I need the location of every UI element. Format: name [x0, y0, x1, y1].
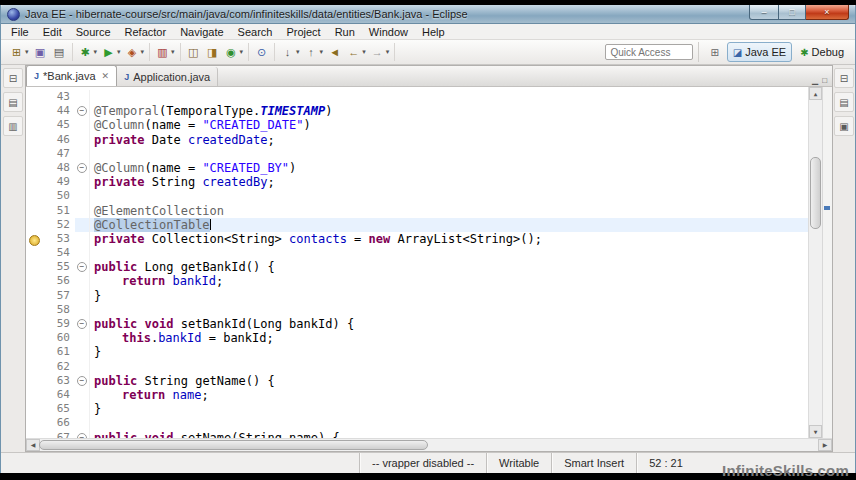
tab-bank-java[interactable]: J*Bank.java✕: [26, 65, 117, 86]
project-explorer-view-button[interactable]: ▤: [3, 92, 23, 112]
scroll-down-icon[interactable]: ▼: [809, 425, 822, 438]
code-line[interactable]: 65}: [26, 402, 808, 416]
line-number[interactable]: 53: [42, 232, 75, 246]
code-line[interactable]: 63−public String getName() {: [26, 374, 808, 388]
line-number[interactable]: 44: [42, 104, 75, 118]
last-edit-location-button[interactable]: ◄: [325, 44, 344, 61]
code-line[interactable]: 43: [26, 90, 808, 104]
horizontal-scrollbar-thumb[interactable]: [39, 440, 428, 450]
menu-source[interactable]: Source: [69, 24, 118, 39]
quick-access-input[interactable]: [605, 44, 693, 60]
code-line[interactable]: 48−@Column(name = "CREATED_BY"): [26, 161, 808, 175]
line-number[interactable]: 45: [42, 118, 75, 132]
code-line[interactable]: 56return bankId;: [26, 274, 808, 288]
previous-annotation-button[interactable]: ↑▾: [302, 44, 326, 61]
line-number[interactable]: 57: [42, 289, 75, 303]
line-number[interactable]: 54: [42, 246, 75, 260]
line-number[interactable]: 43: [42, 90, 75, 104]
collapse-icon[interactable]: −: [77, 106, 87, 116]
line-number[interactable]: 62: [42, 360, 75, 374]
code-line[interactable]: 62: [26, 360, 808, 374]
overview-ruler[interactable]: [822, 87, 832, 438]
line-number[interactable]: 63: [42, 374, 75, 388]
vertical-scrollbar[interactable]: ▲ ▼: [808, 87, 822, 438]
gutter-marker-cell[interactable]: [26, 118, 42, 132]
new-java-project-button[interactable]: ◫: [184, 44, 203, 61]
new-class-button[interactable]: ◉▾: [222, 44, 246, 61]
collapse-icon[interactable]: −: [77, 262, 87, 272]
menu-window[interactable]: Window: [362, 24, 415, 39]
gutter-marker-cell[interactable]: [26, 360, 42, 374]
scroll-right-icon[interactable]: ▶: [818, 439, 832, 451]
line-number[interactable]: 56: [42, 274, 75, 288]
code-line[interactable]: 52@CollectionTable: [26, 218, 808, 232]
minimize-editor-button[interactable]: ▁: [812, 76, 818, 86]
gutter-marker-cell[interactable]: [26, 161, 42, 175]
code-line[interactable]: 46private Date createdDate;: [26, 133, 808, 147]
outline-view-button[interactable]: ▤: [834, 92, 854, 112]
code-line[interactable]: 59−public void setBankId(Long bankId) {: [26, 317, 808, 331]
code-line[interactable]: 61}: [26, 345, 808, 359]
title-bar[interactable]: Java EE - hibernate-course/src/main/java…: [1, 5, 855, 24]
maximize-button[interactable]: □: [779, 5, 806, 20]
code-line[interactable]: 53private Collection<String> contacts = …: [26, 232, 808, 246]
minimize-button[interactable]: –: [749, 5, 779, 20]
code-line[interactable]: 67−public void setName(String name) {: [26, 431, 808, 439]
code-line[interactable]: 44−@Temporal(TemporalType.TIMESTAMP): [26, 104, 808, 118]
gutter-marker-cell[interactable]: [26, 204, 42, 218]
gutter-marker-cell[interactable]: [26, 104, 42, 118]
line-number[interactable]: 47: [42, 147, 75, 161]
gutter-marker-cell[interactable]: [26, 175, 42, 189]
line-number[interactable]: 65: [42, 402, 75, 416]
task-list-view-button[interactable]: ▣: [834, 116, 854, 136]
java-ee-perspective-button[interactable]: ◪Java EE: [727, 42, 792, 62]
gutter-marker-cell[interactable]: [26, 189, 42, 203]
search-button[interactable]: ⊙: [252, 44, 271, 61]
line-number[interactable]: 66: [42, 416, 75, 430]
code-line[interactable]: 66: [26, 416, 808, 430]
menu-help[interactable]: Help: [415, 24, 452, 39]
code-line[interactable]: 51@ElementCollection: [26, 204, 808, 218]
code-line[interactable]: 49private String createdBy;: [26, 175, 808, 189]
gutter-marker-cell[interactable]: [26, 274, 42, 288]
debug-perspective-button[interactable]: ✱Debug: [794, 42, 850, 62]
line-number[interactable]: 50: [42, 189, 75, 203]
forward-button[interactable]: →▾: [368, 44, 392, 61]
line-number[interactable]: 48: [42, 161, 75, 175]
gutter-marker-cell[interactable]: [26, 303, 42, 317]
code-line[interactable]: 60this.bankId = bankId;: [26, 331, 808, 345]
line-number[interactable]: 61: [42, 345, 75, 359]
gutter-marker-cell[interactable]: [26, 416, 42, 430]
gutter-marker-cell[interactable]: [26, 431, 42, 439]
close-tab-icon[interactable]: ✕: [102, 71, 110, 81]
gutter-marker-cell[interactable]: [26, 331, 42, 345]
gutter-marker-cell[interactable]: [26, 246, 42, 260]
tab-application-java[interactable]: JApplication.java: [117, 67, 218, 86]
menu-edit[interactable]: Edit: [36, 24, 69, 39]
restore-left-views-button[interactable]: ⊟: [3, 68, 23, 88]
code-line[interactable]: 57}: [26, 289, 808, 303]
code-line[interactable]: 58: [26, 303, 808, 317]
debug-button[interactable]: ✱▾: [76, 44, 100, 61]
menu-file[interactable]: File: [4, 24, 36, 39]
collapse-icon[interactable]: −: [77, 319, 87, 329]
external-tools-button[interactable]: ◈▾: [123, 44, 147, 61]
horizontal-scrollbar[interactable]: ◀ ▶: [26, 438, 832, 451]
line-number[interactable]: 67: [42, 431, 75, 439]
line-number[interactable]: 52: [42, 218, 75, 232]
open-perspective-button[interactable]: ⊞: [704, 42, 724, 62]
back-button[interactable]: ←▾: [344, 44, 368, 61]
gutter-marker-cell[interactable]: [26, 133, 42, 147]
line-number[interactable]: 59: [42, 317, 75, 331]
scroll-up-icon[interactable]: ▲: [809, 87, 822, 100]
gutter-marker-cell[interactable]: [26, 345, 42, 359]
print-button[interactable]: ▤: [50, 44, 69, 61]
line-number[interactable]: 46: [42, 133, 75, 147]
new-package-button[interactable]: ◨: [203, 44, 222, 61]
gutter-marker-cell[interactable]: [26, 317, 42, 331]
restore-right-views-button[interactable]: ⊟: [834, 68, 854, 88]
collapse-icon[interactable]: −: [77, 163, 87, 173]
line-number[interactable]: 49: [42, 175, 75, 189]
menu-run[interactable]: Run: [328, 24, 362, 39]
line-number[interactable]: 58: [42, 303, 75, 317]
